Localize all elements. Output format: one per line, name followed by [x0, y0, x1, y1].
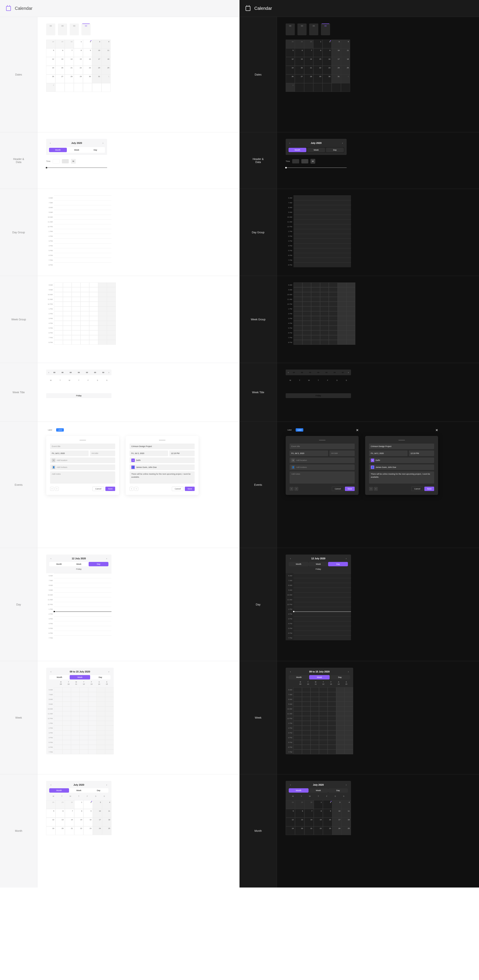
hour-row[interactable]: 10 AM — [286, 592, 351, 597]
week-cell[interactable] — [107, 330, 116, 335]
week-cell[interactable] — [63, 283, 72, 287]
drag-handle-icon[interactable] — [319, 440, 326, 441]
week-cell[interactable] — [346, 340, 355, 345]
ampm-toggle[interactable]: M — [71, 159, 76, 164]
hour-row[interactable]: 5 PM — [286, 248, 351, 253]
hour-row[interactable]: 2 PM — [46, 234, 111, 239]
week-cell[interactable] — [54, 687, 62, 692]
week-cell[interactable] — [63, 302, 72, 306]
date-cell[interactable]: 6 — [55, 48, 64, 57]
tab-month[interactable]: Month — [49, 788, 69, 792]
next-arrow[interactable]: › — [105, 783, 108, 786]
drag-handle-icon[interactable] — [159, 440, 166, 441]
week-cell[interactable] — [293, 302, 302, 306]
date-cell[interactable]: 15 — [314, 818, 323, 826]
week-cell[interactable] — [81, 330, 89, 335]
date-cell[interactable]: 12 — [46, 818, 56, 826]
week-cell[interactable] — [97, 711, 105, 716]
week-cell[interactable] — [97, 735, 105, 740]
week-cell[interactable] — [345, 706, 353, 711]
hour-row[interactable]: 12 PM — [46, 602, 111, 607]
week-cell[interactable] — [71, 725, 80, 730]
save-button[interactable]: Save — [185, 487, 195, 491]
week-cell[interactable] — [320, 302, 329, 306]
week-cell[interactable] — [328, 697, 336, 702]
date-cell[interactable]: 15 — [313, 57, 323, 66]
week-cell[interactable] — [293, 711, 302, 716]
week-cell[interactable] — [346, 283, 355, 287]
tab-month[interactable]: Month — [49, 562, 69, 566]
hour-row[interactable]: 3 PM — [286, 616, 351, 621]
date-cell[interactable]: 7 — [65, 809, 74, 818]
week-cell[interactable] — [81, 321, 89, 326]
week-cell[interactable] — [88, 711, 97, 716]
date-cell[interactable]: 18 — [102, 818, 111, 826]
week-cell[interactable] — [320, 297, 329, 302]
week-cell[interactable] — [62, 702, 71, 706]
date-cell[interactable]: 12 — [46, 57, 55, 66]
week-cell[interactable] — [98, 340, 107, 345]
hour-row[interactable]: 8 AM — [46, 205, 111, 210]
week-cell[interactable] — [320, 283, 329, 287]
week-cell[interactable] — [81, 292, 89, 297]
week-cell[interactable] — [81, 326, 89, 330]
week-cell[interactable] — [54, 306, 63, 311]
week-cell[interactable] — [105, 692, 114, 697]
week-cell[interactable] — [105, 745, 114, 749]
week-cell[interactable] — [105, 697, 114, 702]
week-cell[interactable] — [98, 306, 107, 311]
week-cell[interactable] — [62, 730, 71, 735]
week-cell[interactable] — [293, 335, 302, 340]
week-cell[interactable] — [302, 687, 310, 692]
date-cell[interactable]: 29 — [56, 800, 65, 809]
week-cell[interactable] — [310, 721, 319, 725]
week-cell[interactable] — [89, 335, 98, 340]
week-cell[interactable] — [71, 716, 80, 721]
date-cell[interactable]: 1 — [313, 40, 323, 48]
week-cell[interactable] — [338, 316, 347, 321]
date-cell[interactable]: 25 — [341, 66, 350, 75]
week-cell[interactable] — [81, 297, 89, 302]
week-cell[interactable] — [293, 330, 302, 335]
week-cell[interactable] — [311, 316, 320, 321]
week-cell[interactable] — [329, 311, 338, 316]
date-cell[interactable]: 2 — [83, 40, 92, 48]
date-cell[interactable]: 30 — [304, 800, 314, 809]
week-cell[interactable] — [310, 730, 319, 735]
tab-week[interactable]: Week — [70, 675, 90, 679]
week-cell[interactable] — [54, 697, 62, 702]
week-cell[interactable] — [71, 687, 80, 692]
hour-row[interactable]: 3 PM — [46, 616, 111, 621]
week-cell[interactable] — [88, 730, 97, 735]
event-invitees-input[interactable]: 👤James Gunn, John Doe — [369, 465, 434, 470]
week-cell[interactable] — [97, 702, 105, 706]
date-cell[interactable]: 1 — [102, 75, 111, 83]
time-input-mm[interactable] — [301, 159, 308, 164]
tab-month[interactable]: Month — [289, 675, 309, 679]
date-cell[interactable]: 7 — [304, 809, 314, 818]
week-cell[interactable] — [54, 326, 63, 330]
week-cell[interactable] — [336, 702, 345, 706]
date-cell[interactable]: 10 — [332, 48, 341, 57]
date-cell[interactable]: 4 — [342, 800, 351, 809]
week-cell[interactable] — [310, 702, 319, 706]
date-cell[interactable]: 3 — [332, 40, 341, 48]
week-cell[interactable] — [319, 740, 328, 745]
week-cell[interactable] — [71, 749, 80, 754]
week-cell[interactable] — [54, 730, 62, 735]
week-cell[interactable] — [338, 321, 347, 326]
hour-row[interactable]: 4 PM — [286, 621, 351, 626]
week-cell[interactable] — [336, 740, 345, 745]
hour-row[interactable]: 7 AM — [286, 200, 351, 205]
week-cell[interactable] — [97, 740, 105, 745]
week-cell[interactable] — [311, 292, 320, 297]
week-cell[interactable] — [98, 330, 107, 335]
date-cell[interactable]: 22 — [313, 66, 323, 75]
week-cell[interactable] — [310, 740, 319, 745]
date-cell[interactable]: 16 — [323, 57, 332, 66]
pager-prev[interactable]: ‹ — [130, 487, 134, 491]
hour-row[interactable]: 8 PM — [46, 262, 111, 267]
date-cell[interactable]: 17 — [332, 57, 341, 66]
week-cell[interactable] — [63, 321, 72, 326]
pager-next[interactable]: › — [294, 487, 298, 491]
